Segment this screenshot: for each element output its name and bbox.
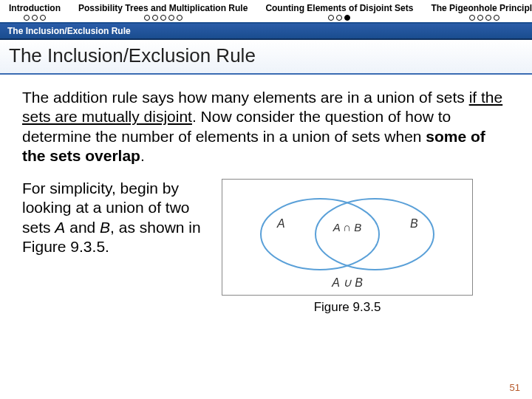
p2-b: and xyxy=(65,219,100,236)
nav-label: Possibility Trees and Multiplication Rul… xyxy=(78,3,248,13)
figure-caption: Figure 9.3.5 xyxy=(222,300,473,315)
svg-point-1 xyxy=(316,199,434,270)
venn-label-b: B xyxy=(410,217,418,230)
progress-dot-icon xyxy=(152,15,158,21)
nav-bar: IntroductionPossibility Trees and Multip… xyxy=(0,0,532,24)
nav-dots xyxy=(265,15,413,21)
progress-dot-icon xyxy=(328,15,334,21)
venn-label-union: A ∪ B xyxy=(331,276,363,289)
nav-label: Counting Elements of Disjoint Sets xyxy=(265,3,413,13)
progress-dot-icon xyxy=(144,15,150,21)
svg-point-0 xyxy=(261,199,379,270)
p2-i1: A xyxy=(55,219,65,236)
progress-dot-icon xyxy=(32,15,38,21)
nav-dots xyxy=(431,15,532,21)
progress-dot-icon xyxy=(40,15,46,21)
p1-c: . xyxy=(140,147,145,164)
nav-item-2[interactable]: Counting Elements of Disjoint Sets xyxy=(256,0,422,22)
figure-wrap: A B A ∩ B A ∪ B Figure 9.3.5 xyxy=(222,179,473,315)
paragraph-2: For simplicity, begin by looking at a un… xyxy=(22,179,214,256)
nav-item-0[interactable]: Introduction xyxy=(0,0,69,22)
paragraph-1: The addition rule says how many elements… xyxy=(22,88,510,166)
progress-dot-icon xyxy=(168,15,174,21)
venn-svg: A B A ∩ B A ∪ B xyxy=(233,187,462,290)
venn-diagram: A B A ∩ B A ∪ B xyxy=(222,179,473,296)
progress-dot-icon xyxy=(344,15,350,21)
nav-label: Introduction xyxy=(9,3,61,13)
nav-dots xyxy=(78,15,248,21)
section-bar: The Inclusion/Exclusion Rule xyxy=(0,24,532,40)
title-bar: The Inclusion/Exclusion Rule xyxy=(0,40,532,75)
progress-dot-icon xyxy=(160,15,166,21)
nav-item-1[interactable]: Possibility Trees and Multiplication Rul… xyxy=(69,0,256,22)
venn-label-inter: A ∩ B xyxy=(332,221,362,233)
venn-label-a: A xyxy=(276,217,285,230)
nav-dots xyxy=(9,15,61,21)
progress-dot-icon xyxy=(494,15,499,21)
content-area: The addition rule says how many elements… xyxy=(0,75,532,322)
progress-dot-icon xyxy=(485,15,491,21)
progress-dot-icon xyxy=(24,15,30,21)
progress-dot-icon xyxy=(336,15,342,21)
progress-dot-icon xyxy=(469,15,475,21)
p1-a: The addition rule says how many elements… xyxy=(22,89,469,106)
progress-dot-icon xyxy=(477,15,483,21)
nav-item-3[interactable]: The Pigeonhole Principle xyxy=(422,0,532,22)
nav-label: The Pigeonhole Principle xyxy=(431,3,532,13)
progress-dot-icon xyxy=(177,15,183,21)
p2-i2: B xyxy=(100,219,110,236)
page-number: 51 xyxy=(510,382,520,393)
slide-title: The Inclusion/Exclusion Rule xyxy=(9,44,523,67)
